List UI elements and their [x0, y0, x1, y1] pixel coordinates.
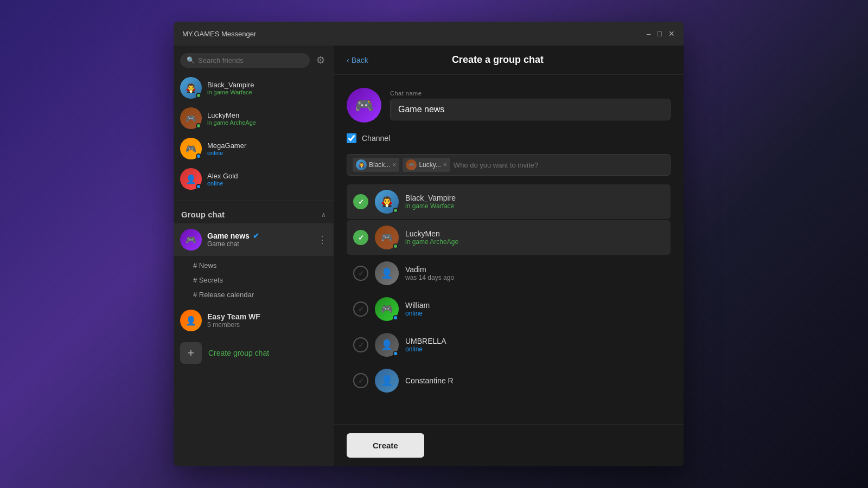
- channel-item-secrets[interactable]: # Secrets: [187, 273, 334, 287]
- contact-avatar: 👤: [375, 261, 399, 285]
- create-group-chat-button[interactable]: + Create group chat: [174, 337, 334, 369]
- avatar-wrap: 👤: [180, 168, 202, 190]
- status-dot: [393, 315, 398, 320]
- contact-item-constantine[interactable]: ✓ 👤 Constantine R: [347, 363, 671, 398]
- group-item2-info: Easy Team WF 5 members: [207, 312, 327, 329]
- invite-field-wrap: 🧛 Black... × 🎮 Lucky... ×: [347, 154, 671, 176]
- friend-name: Black_Vampire: [207, 81, 254, 89]
- contact-info: UMBRELLA online: [405, 337, 664, 353]
- friend-info: Alex Gold online: [207, 172, 238, 187]
- invite-tag-close-button[interactable]: ×: [443, 161, 447, 169]
- checkmark-icon: ✓: [358, 269, 364, 278]
- group-header[interactable]: Group chat ∧: [174, 203, 334, 223]
- friend-info: MegaGamer online: [207, 142, 246, 156]
- invite-tag-name: Lucky...: [419, 161, 441, 169]
- contact-avatar-wrap: 🎮: [375, 226, 399, 249]
- chevron-left-icon: ‹: [347, 56, 349, 65]
- contact-avatar-wrap: 👤: [375, 261, 399, 285]
- main-window: MY.GAMES Messenger – □ ✕ 🔍 ⚙ �: [174, 22, 684, 466]
- contact-checkbox: ✓: [353, 194, 368, 209]
- contact-name: Vadim: [405, 265, 664, 274]
- friend-name: Alex Gold: [207, 172, 238, 180]
- channel-checkbox-label: Channel: [362, 134, 390, 143]
- friend-item-black-vampire[interactable]: 🧛 Black_Vampire in game Warface: [174, 73, 334, 103]
- more-button[interactable]: ⋮: [317, 234, 327, 246]
- contact-name: William: [405, 301, 664, 310]
- channel-item-news[interactable]: # News: [187, 258, 334, 273]
- window-controls: – □ ✕: [647, 30, 675, 37]
- contact-avatar-wrap: 🎮: [375, 297, 399, 321]
- create-group-label: Create group chat: [208, 349, 269, 357]
- contact-checkbox: ✓: [353, 301, 368, 317]
- group-item2-sub: 5 members: [207, 321, 327, 329]
- invite-tag-close-button[interactable]: ×: [392, 161, 396, 169]
- search-input-wrap: 🔍: [180, 53, 310, 68]
- group-item2-name: Easy Team WF: [207, 312, 327, 321]
- contact-checkbox: ✓: [353, 230, 368, 245]
- group-item-easy-team[interactable]: 👤 Easy Team WF 5 members: [174, 304, 334, 337]
- friend-item-mega-gamer[interactable]: 🎮 MegaGamer online: [174, 133, 334, 164]
- contact-item-lucky-men[interactable]: ✓ 🎮 LuckyMen in game ArcheAge: [347, 220, 671, 255]
- contact-status: in game ArcheAge: [405, 238, 664, 246]
- contact-status: was 14 days ago: [405, 274, 664, 281]
- contact-item-vadim[interactable]: ✓ 👤 Vadim was 14 days ago: [347, 256, 671, 291]
- minimize-button[interactable]: –: [647, 30, 651, 37]
- group-avatar: 🎮: [180, 229, 202, 251]
- search-icon: 🔍: [187, 56, 195, 64]
- avatar-wrap: 🎮: [180, 229, 202, 251]
- close-button[interactable]: ✕: [668, 30, 675, 37]
- create-button[interactable]: Create: [347, 433, 424, 458]
- friend-list: 🧛 Black_Vampire in game Warface 🎮: [174, 73, 334, 198]
- chat-name-field-wrap: Chat name: [390, 90, 671, 120]
- friend-status: online: [207, 150, 246, 156]
- group-avatar: 👤: [180, 310, 202, 331]
- chat-icon-row: 🎮 Chat name: [347, 88, 671, 123]
- maximize-button[interactable]: □: [658, 30, 662, 37]
- divider: [174, 201, 334, 201]
- contact-item-umbrella[interactable]: ✓ 👤 UMBRELLA online: [347, 328, 671, 362]
- friend-item-lucky-men[interactable]: 🎮 LuckyMen in game ArcheAge: [174, 103, 334, 133]
- checkmark-icon: ✓: [358, 198, 364, 206]
- friend-status: online: [207, 180, 238, 187]
- window-body: 🔍 ⚙ 🧛 Black_Vampire in game Warface: [174, 46, 684, 466]
- contact-status: in game Warface: [405, 202, 664, 210]
- chat-name-label: Chat name: [390, 90, 671, 97]
- settings-button[interactable]: ⚙: [314, 52, 327, 68]
- contact-info: Black_Vampire in game Warface: [405, 194, 664, 210]
- friend-name: LuckyMen: [207, 111, 256, 119]
- contact-name: Constantine R: [405, 376, 664, 385]
- status-dot: [196, 123, 201, 129]
- contact-avatar-wrap: 🧛: [375, 190, 399, 214]
- status-dot: [393, 243, 398, 249]
- friend-item-alex-gold[interactable]: 👤 Alex Gold online: [174, 164, 334, 194]
- contact-avatar-wrap: 👤: [375, 333, 399, 357]
- search-input[interactable]: [198, 56, 303, 65]
- status-dot: [393, 351, 398, 356]
- chat-name-input[interactable]: [390, 99, 671, 120]
- invite-input[interactable]: [454, 161, 665, 169]
- right-header-wrap: ‹ Back Create a group chat: [347, 54, 671, 66]
- app-title: MY.GAMES Messenger: [182, 30, 256, 38]
- back-button[interactable]: ‹ Back: [347, 56, 368, 65]
- right-panel: ‹ Back Create a group chat 🎮 Chat name: [334, 46, 684, 466]
- contact-name: LuckyMen: [405, 229, 664, 238]
- search-bar: 🔍 ⚙: [174, 46, 334, 73]
- contact-name: UMBRELLA: [405, 337, 664, 345]
- chat-icon-button[interactable]: 🎮: [347, 88, 381, 123]
- contact-item-william[interactable]: ✓ 🎮 William online: [347, 292, 671, 326]
- checkmark-icon: ✓: [358, 234, 364, 242]
- avatar-wrap: 🧛: [180, 77, 202, 99]
- contact-status: online: [405, 310, 664, 317]
- channel-list: # News # Secrets # Release calendar: [174, 256, 334, 304]
- checkmark-icon: ✓: [358, 341, 364, 349]
- contact-checkbox: ✓: [353, 266, 368, 281]
- channel-checkbox[interactable]: [347, 133, 356, 143]
- contact-avatar-wrap: 👤: [375, 369, 399, 393]
- contact-item-black-vampire[interactable]: ✓ 🧛 Black_Vampire in game Warface: [347, 184, 671, 219]
- group-chat-item-game-news[interactable]: 🎮 Game news ✔ Game chat ⋮: [174, 223, 334, 256]
- page-title: Create a group chat: [368, 54, 627, 66]
- channel-item-release-calendar[interactable]: # Release calendar: [187, 287, 334, 302]
- invite-tag-black-vampire: 🧛 Black... ×: [353, 158, 399, 172]
- group-header-label: Group chat: [181, 210, 318, 219]
- friend-status: in game Warface: [207, 89, 254, 95]
